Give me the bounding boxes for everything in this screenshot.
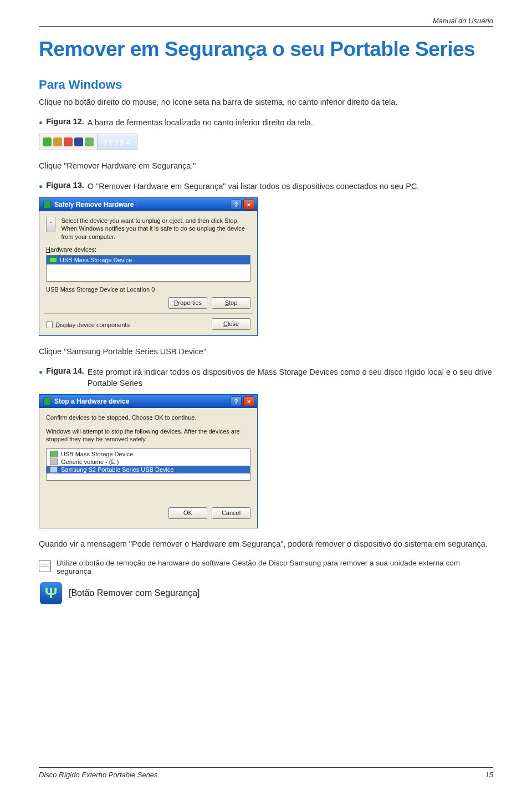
dialog-title: Safely Remove Hardware xyxy=(54,201,134,208)
close-dialog-button[interactable]: Close xyxy=(212,318,250,330)
stop-info-line2: Windows will attempt to stop the followi… xyxy=(46,427,250,444)
cancel-button[interactable]: Cancel xyxy=(212,507,250,519)
page-number: 15 xyxy=(485,771,493,779)
page-footer: Disco Rígido Externo Portable Series 15 xyxy=(39,767,493,779)
help-button[interactable]: ? xyxy=(231,200,242,210)
ok-button[interactable]: OK xyxy=(168,507,207,519)
system-tray-image: 11:19 A xyxy=(39,134,137,150)
after-fig14-text: Quando vir a mensagem "Pode remover o Ha… xyxy=(39,538,493,551)
dialog-titlebar: Stop a Hardware device ? × xyxy=(39,395,257,408)
figure-14-text: Este prompt irá indicar todos os disposi… xyxy=(88,366,493,389)
stop-info-line1: Confirm devices to be stopped, Choose OK… xyxy=(46,414,250,421)
close-button[interactable]: × xyxy=(243,396,254,406)
hardware-devices-label: Hardware devices: xyxy=(46,246,250,253)
stop-device-listbox[interactable]: USB Mass Storage Device Generic volume -… xyxy=(46,448,250,481)
divider xyxy=(44,313,253,314)
remove-caption: [Botão Remover com Segurança] xyxy=(69,588,200,598)
stop-list-item[interactable]: USB Mass Storage Device xyxy=(47,450,250,458)
stop-item-label: Generic volume - (E:) xyxy=(61,458,119,465)
usb-device-icon xyxy=(49,257,57,263)
bullet-icon: ● xyxy=(39,182,43,190)
figure-13-label: Figura 13. xyxy=(46,181,84,190)
dialog-titlebar: Safely Remove Hardware ? × xyxy=(39,198,257,211)
volume-icon xyxy=(50,458,58,465)
stop-list-item[interactable]: Generic volume - (E:) xyxy=(47,458,250,466)
bullet-icon: ● xyxy=(39,119,43,126)
device-list-item-label: USB Mass Storage Device xyxy=(60,257,132,263)
tray-icon xyxy=(64,137,73,146)
device-listbox[interactable]: USB Mass Storage Device xyxy=(46,255,250,282)
intro-text: Clique no botão direito do mouse, no íco… xyxy=(39,96,493,109)
safely-remove-dialog: Safely Remove Hardware ? × Select the de… xyxy=(39,197,258,336)
tray-icon xyxy=(53,137,62,146)
figure-14-label: Figura 14. xyxy=(46,366,84,375)
stop-item-label: Samsung S2 Portable Series USB Device xyxy=(61,466,174,473)
figure-14: ● Figura 14. Este prompt irá indicar tod… xyxy=(39,366,493,389)
hardware-icon xyxy=(43,397,51,405)
pc-card-icon xyxy=(46,217,55,232)
bullet-icon: ● xyxy=(39,368,43,376)
help-button[interactable]: ? xyxy=(231,396,242,406)
stop-list-item-selected[interactable]: Samsung S2 Portable Series USB Device xyxy=(47,466,250,473)
tray-icon xyxy=(43,137,52,146)
dialog-title: Stop a Hardware device xyxy=(54,397,129,405)
after-fig12-text: Clique "Remover Hardware em Segurança." xyxy=(39,160,493,172)
stop-button[interactable]: Stop xyxy=(212,297,250,309)
figure-12-label: Figura 12. xyxy=(46,117,84,126)
footer-left: Disco Rígido Externo Portable Series xyxy=(39,771,158,779)
usb-device-icon xyxy=(50,451,58,457)
tray-icon xyxy=(74,137,83,146)
page-title: Remover em Segurança o seu Portable Seri… xyxy=(39,38,493,61)
stop-item-label: USB Mass Storage Device xyxy=(61,451,133,457)
tray-icons xyxy=(39,134,98,150)
note-row: Utilize o botão de remoção de hardware d… xyxy=(39,559,493,575)
figure-13-text: O "Remover Hardware em Segurança" vai li… xyxy=(88,181,420,192)
close-button[interactable]: × xyxy=(243,200,254,210)
doc-header: Manual do Usuário xyxy=(39,17,493,27)
device-status-text: USB Mass Storage Device at Location 0 xyxy=(46,286,250,293)
figure-12: ● Figura 12. A barra de fermentas locali… xyxy=(39,117,493,128)
figure-12-text: A barra de fermentas localizada no canto… xyxy=(88,117,313,128)
stop-hardware-dialog: Stop a Hardware device ? × Confirm devic… xyxy=(39,394,258,528)
display-components-checkbox[interactable]: Display device components xyxy=(46,322,130,328)
figure-13: ● Figura 13. O "Remover Hardware em Segu… xyxy=(39,181,493,192)
safely-remove-icon: Ψ xyxy=(40,582,62,604)
device-list-item[interactable]: USB Mass Storage Device xyxy=(47,256,250,264)
remove-button-illustration: Ψ [Botão Remover com Segurança] xyxy=(40,582,493,604)
hardware-icon xyxy=(43,201,51,208)
section-subtitle: Para Windows xyxy=(39,78,493,92)
dialog-info-text: Select the device you want to unplug or … xyxy=(61,217,250,241)
tray-icon xyxy=(85,137,94,146)
checkbox-icon xyxy=(46,322,53,328)
drive-icon xyxy=(50,466,58,473)
note-icon xyxy=(39,560,51,572)
note-text: Utilize o botão de remoção de hardware d… xyxy=(57,559,493,575)
properties-button[interactable]: Properties xyxy=(168,297,207,309)
tray-clock: 11:19 A xyxy=(98,137,137,147)
after-fig13-text: Clique "Samsung Portable Series USB Devi… xyxy=(39,346,493,358)
